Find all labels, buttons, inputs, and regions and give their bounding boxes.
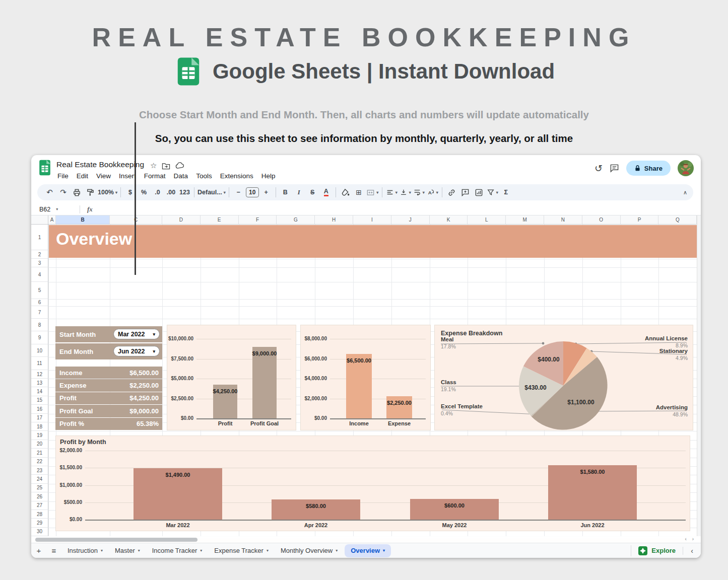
comment-history-icon[interactable] bbox=[610, 164, 619, 173]
row-header-8[interactable]: 8 bbox=[31, 319, 48, 331]
row-header-29[interactable]: 29 bbox=[31, 519, 48, 527]
bold-icon[interactable]: B bbox=[279, 186, 292, 199]
redo-icon[interactable]: ↷ bbox=[57, 186, 70, 199]
vertical-scrollbar[interactable] bbox=[697, 215, 701, 536]
text-wrap-icon[interactable]: ▾ bbox=[413, 186, 425, 199]
explore-button[interactable]: Explore bbox=[631, 545, 683, 556]
tab-scroll-left-icon[interactable]: ‹ bbox=[683, 547, 701, 555]
column-header-I[interactable]: I bbox=[353, 215, 391, 225]
row-header-22[interactable]: 22 bbox=[31, 458, 48, 466]
insert-comment-icon[interactable] bbox=[459, 186, 472, 199]
sheet-tab-overview[interactable]: Overview▾ bbox=[345, 544, 391, 557]
row-header-13[interactable]: 13 bbox=[31, 379, 48, 387]
row-header-21[interactable]: 21 bbox=[31, 449, 48, 457]
font-select[interactable]: Defaul...▾ bbox=[197, 186, 226, 199]
menu-file[interactable]: File bbox=[53, 171, 73, 181]
create-filter-icon[interactable]: ▾ bbox=[486, 186, 499, 199]
horizontal-align-icon[interactable]: ▾ bbox=[385, 186, 398, 199]
sheet-tab-expense-tracker[interactable]: Expense Tracker▾ bbox=[208, 543, 275, 558]
text-rotation-icon[interactable]: A▾ bbox=[426, 186, 439, 199]
row-header-14[interactable]: 14 bbox=[31, 387, 48, 396]
row-header-11[interactable]: 11 bbox=[31, 357, 48, 370]
row-header-5[interactable]: 5 bbox=[31, 282, 48, 299]
decrease-decimal-icon[interactable]: .0 bbox=[151, 186, 164, 199]
chart-expense_breakdown[interactable]: Expense BreakdownAnnual License8.9%Stati… bbox=[434, 325, 693, 430]
column-header-C[interactable]: C bbox=[110, 215, 162, 225]
insert-chart-icon[interactable] bbox=[473, 186, 485, 199]
share-button[interactable]: Share bbox=[626, 161, 671, 176]
sheet-tab-income-tracker[interactable]: Income Tracker▾ bbox=[146, 543, 209, 558]
all-sheets-button[interactable]: ≡ bbox=[46, 546, 61, 555]
column-header-G[interactable]: G bbox=[277, 215, 315, 225]
toolbar-collapse-icon[interactable]: ∧ bbox=[683, 189, 687, 196]
paint-format-icon[interactable] bbox=[84, 186, 97, 199]
more-formats-icon[interactable]: 123 bbox=[178, 186, 191, 199]
column-header-P[interactable]: P bbox=[621, 215, 659, 225]
row-header-9[interactable]: 9 bbox=[31, 331, 48, 344]
text-color-icon[interactable]: A bbox=[320, 186, 333, 199]
row-header-1[interactable]: 1 bbox=[31, 225, 48, 250]
row-header-7[interactable]: 7 bbox=[31, 306, 48, 319]
row-header-28[interactable]: 28 bbox=[31, 510, 48, 519]
increase-font-size-icon[interactable]: + bbox=[260, 186, 273, 199]
print-icon[interactable] bbox=[71, 186, 83, 199]
cell-name-box[interactable]: B62 ▾ bbox=[31, 206, 80, 213]
decrease-font-size-icon[interactable]: − bbox=[232, 186, 245, 199]
scrollbar-thumb[interactable] bbox=[35, 538, 197, 542]
chevron-down-icon[interactable]: ▾ bbox=[56, 207, 58, 211]
insert-link-icon[interactable] bbox=[445, 186, 458, 199]
row-header-16[interactable]: 16 bbox=[31, 405, 48, 413]
column-header-N[interactable]: N bbox=[544, 215, 582, 225]
row-header-25[interactable]: 25 bbox=[31, 484, 48, 492]
menu-data[interactable]: Data bbox=[170, 171, 192, 181]
column-header-H[interactable]: H bbox=[315, 215, 353, 225]
merge-cells-icon[interactable]: ▾ bbox=[366, 186, 379, 199]
menu-extensions[interactable]: Extensions bbox=[216, 171, 257, 181]
cloud-status-icon[interactable] bbox=[175, 162, 185, 169]
row-header-27[interactable]: 27 bbox=[31, 501, 48, 510]
fill-color-icon[interactable] bbox=[339, 186, 352, 199]
row-header-4[interactable]: 4 bbox=[31, 267, 48, 282]
column-header-K[interactable]: K bbox=[430, 215, 468, 225]
scrollbar-arrows[interactable]: ‹ › bbox=[685, 536, 696, 542]
row-header-10[interactable]: 10 bbox=[31, 344, 48, 357]
add-sheet-button[interactable]: + bbox=[31, 546, 46, 555]
menu-edit[interactable]: Edit bbox=[73, 171, 92, 181]
column-header-E[interactable]: E bbox=[201, 215, 239, 225]
column-header-Q[interactable]: Q bbox=[658, 215, 697, 225]
row-header-26[interactable]: 26 bbox=[31, 492, 48, 501]
chart-profit_vs_goal[interactable]: $0.00$2,500.00$5,000.00$7,500.00$10,000.… bbox=[167, 325, 296, 430]
menu-help[interactable]: Help bbox=[257, 171, 280, 181]
column-header-B[interactable]: B bbox=[56, 215, 110, 225]
percent-format-icon[interactable]: % bbox=[138, 186, 150, 199]
column-header-D[interactable]: D bbox=[162, 215, 201, 225]
row-header-3[interactable]: 3 bbox=[31, 259, 48, 267]
sheet-tab-monthly-overview[interactable]: Monthly Overview▾ bbox=[275, 543, 344, 558]
row-header-12[interactable]: 12 bbox=[31, 370, 48, 379]
font-size-input[interactable]: 10 bbox=[246, 186, 259, 199]
column-header-L[interactable]: L bbox=[468, 215, 506, 225]
column-header-J[interactable]: J bbox=[391, 215, 430, 225]
menu-tools[interactable]: Tools bbox=[192, 171, 216, 181]
strikethrough-icon[interactable]: S bbox=[306, 186, 319, 199]
chart-profit_by_month[interactable]: Profit by Month$0.00$500.00$1,000.00$1,5… bbox=[55, 436, 690, 531]
end-month-dropdown[interactable]: Jun 2022▾ bbox=[113, 346, 160, 356]
column-header-O[interactable]: O bbox=[582, 215, 621, 225]
undo-icon[interactable]: ↶ bbox=[43, 186, 56, 199]
row-header-18[interactable]: 18 bbox=[31, 422, 48, 431]
document-title[interactable]: Real Estate Bookkeeping bbox=[56, 160, 144, 169]
menu-format[interactable]: Format bbox=[140, 171, 170, 181]
row-header-2[interactable]: 2 bbox=[31, 250, 48, 259]
italic-icon[interactable]: I bbox=[293, 186, 305, 199]
column-header-A[interactable]: A bbox=[48, 215, 56, 225]
row-header-6[interactable]: 6 bbox=[31, 299, 48, 306]
increase-decimal-icon[interactable]: .00 bbox=[165, 186, 177, 199]
sheets-logo-icon[interactable] bbox=[38, 159, 51, 176]
row-header-30[interactable]: 30 bbox=[31, 528, 48, 536]
row-header-17[interactable]: 17 bbox=[31, 414, 48, 422]
row-header-15[interactable]: 15 bbox=[31, 396, 48, 405]
star-icon[interactable]: ☆ bbox=[150, 161, 157, 170]
row-header-24[interactable]: 24 bbox=[31, 475, 48, 483]
menu-view[interactable]: View bbox=[92, 171, 115, 181]
borders-icon[interactable]: ⊞ bbox=[353, 186, 365, 199]
